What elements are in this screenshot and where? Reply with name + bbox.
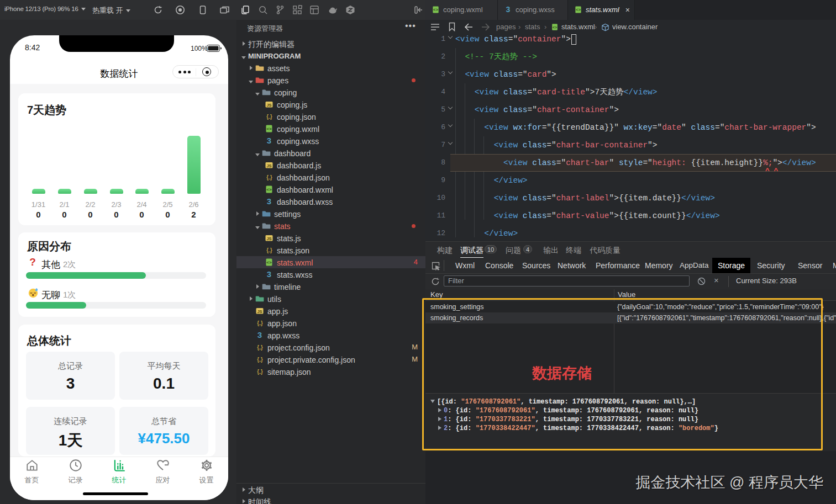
svg-text:JS: JS [257, 309, 262, 314]
svg-text:<>: <> [266, 187, 272, 192]
svg-text:<>: <> [553, 25, 557, 29]
svg-text:?: ? [29, 257, 36, 268]
svg-text:<>: <> [266, 260, 272, 265]
svg-text:JS: JS [266, 103, 271, 108]
svg-text:JS: JS [266, 236, 271, 241]
svg-text:3: 3 [267, 270, 271, 279]
svg-text:JS: JS [266, 163, 271, 168]
svg-text:3: 3 [267, 197, 271, 206]
svg-text:<>: <> [576, 7, 581, 12]
svg-text:<>: <> [266, 126, 272, 131]
svg-text:3: 3 [257, 331, 262, 339]
svg-text:3: 3 [267, 136, 271, 145]
svg-text:<>: <> [433, 7, 438, 12]
svg-text:3: 3 [506, 6, 511, 14]
